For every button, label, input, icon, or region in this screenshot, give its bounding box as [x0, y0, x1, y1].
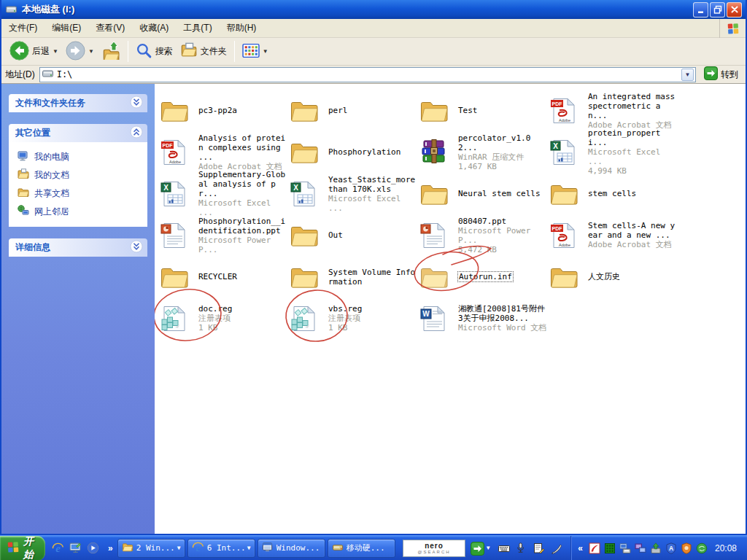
chevron-collapse-tray-icon[interactable]: « — [576, 543, 585, 553]
file-item[interactable]: XSupplementary-Global analysis of pr...M… — [160, 173, 290, 214]
file-item[interactable]: W湘教通[2008]81号附件3关于申报2008...Microsoft Wor… — [420, 298, 550, 339]
file-item[interactable]: Phosphorylation — [290, 131, 420, 173]
svg-text:X: X — [293, 184, 298, 192]
address-dropdown-button[interactable]: ▼ — [681, 69, 694, 81]
panel-details-header[interactable]: 详细信息 — [9, 238, 147, 257]
sidebar-item-shared-documents[interactable]: 共享文档 — [18, 184, 144, 203]
search-button[interactable]: 搜索 — [132, 40, 177, 63]
menu-tools[interactable]: 工具(T) — [176, 19, 219, 37]
ie-icon: e — [192, 541, 204, 556]
file-item[interactable]: Phosphorylation__identification.pptMicro… — [160, 214, 290, 256]
taskbar-button[interactable]: Window... — [258, 539, 325, 558]
file-name: vbs.reg — [328, 304, 417, 314]
back-button[interactable]: 后退 ▼ — [6, 39, 62, 65]
chevron-down-icon[interactable] — [130, 240, 143, 255]
restore-button[interactable] — [710, 2, 725, 18]
sidebar-item-my-documents[interactable]: 我的文档 — [18, 166, 144, 184]
file-list-pane[interactable]: pc3-pp2aperlTestPDFAdobeAn integrated ma… — [155, 84, 746, 534]
svg-text:A: A — [669, 545, 673, 552]
search-dropdown-icon[interactable]: ▼ — [483, 545, 493, 551]
menu-edit[interactable]: 编辑(E) — [44, 19, 88, 37]
file-item[interactable]: PDFAdobeStem cells-A new year and a new … — [550, 214, 680, 256]
minimize-button[interactable] — [693, 2, 708, 18]
file-item[interactable]: Out — [290, 214, 420, 256]
panel-other-places-header[interactable]: 其它位置 — [9, 124, 147, 142]
menu-favorites[interactable]: 收藏(A) — [132, 19, 176, 37]
file-item[interactable]: Test — [420, 90, 550, 131]
keyboard-icon[interactable] — [498, 542, 510, 554]
pc-printer-icon[interactable] — [619, 542, 631, 554]
sidebar-item-label: 我的文档 — [34, 169, 69, 182]
shield-a-icon[interactable]: A — [665, 542, 677, 554]
app-window-icon — [262, 542, 274, 555]
file-item[interactable]: RECYCLER — [160, 256, 290, 298]
chevron-more-icon[interactable]: » — [106, 543, 115, 553]
chevron-down-icon[interactable] — [130, 96, 143, 111]
taskbar-button[interactable]: 2 Win...▼ — [117, 539, 185, 558]
file-item[interactable]: percolator_v1.02...WinRAR 压缩文件1,467 KB — [420, 131, 550, 173]
search-go-button[interactable] — [471, 542, 483, 554]
taskbar-button[interactable]: 移动硬... — [328, 539, 395, 558]
back-dropdown-icon[interactable]: ▼ — [53, 48, 58, 55]
file-item[interactable]: vbs.reg注册表项1 KB — [290, 298, 420, 339]
file-item[interactable]: stem cells — [550, 173, 680, 214]
up-button[interactable] — [98, 39, 124, 64]
microphone-icon[interactable] — [516, 542, 527, 554]
network-monitors-icon[interactable] — [635, 542, 646, 554]
taskbar-button-label: 6 Int... — [207, 543, 244, 553]
file-item[interactable]: PDFAdobeAn integrated mass spectrometric… — [550, 90, 680, 131]
taskbar-button-dropdown-icon[interactable]: ▼ — [247, 545, 251, 551]
go-button[interactable]: 转到 — [700, 66, 742, 83]
file-item[interactable]: Autorun.inf — [420, 256, 550, 298]
show-desktop-icon[interactable] — [69, 542, 82, 554]
panel-title: 详细信息 — [15, 241, 50, 254]
menu-view[interactable]: 查看(V) — [88, 19, 132, 37]
file-item[interactable]: 人文历史 — [550, 256, 680, 298]
ie-icon[interactable]: e — [52, 542, 64, 554]
file-meta: WinRAR 压缩文件 — [458, 152, 547, 162]
start-button[interactable]: 开始 — [0, 536, 45, 560]
writing-pad-icon[interactable] — [533, 542, 545, 554]
views-button[interactable]: ▼ — [239, 41, 272, 63]
file-item[interactable]: 080407.pptMicrosoft PowerP...5,472 KB — [420, 214, 550, 256]
foxit-icon[interactable] — [589, 542, 600, 554]
taskbar-button-dropdown-icon[interactable]: ▼ — [177, 545, 181, 551]
folder-icon — [290, 265, 318, 289]
menu-file[interactable]: 文件(F) — [1, 19, 44, 37]
file-item[interactable]: PDFAdobeAnalysis of protein complexes us… — [160, 131, 290, 173]
file-item[interactable]: pc3-pp2a — [160, 90, 290, 131]
folders-button[interactable]: 文件夹 — [177, 40, 231, 63]
file-name: stem cells — [588, 189, 677, 198]
chevron-up-icon[interactable] — [130, 125, 143, 141]
drive-icon — [42, 68, 54, 82]
file-name: Supplementary-Global analysis of pr... — [198, 170, 287, 198]
file-item[interactable]: doc.reg注册表项1 KB — [160, 298, 290, 339]
menu-help[interactable]: 帮助(H) — [220, 19, 264, 37]
green-sphere-icon[interactable] — [696, 542, 708, 554]
shield-orange-icon[interactable] — [681, 542, 692, 554]
address-input[interactable]: I:\ ▼ — [39, 67, 696, 82]
file-item[interactable]: Xprotein_properti...Microsoft Excel ...4… — [550, 131, 680, 173]
svg-text:X: X — [163, 184, 169, 192]
close-button[interactable] — [727, 2, 742, 18]
taskbar-button[interactable]: e6 Int...▼ — [187, 539, 255, 558]
forward-dropdown-icon[interactable]: ▼ — [88, 48, 94, 55]
file-name: RECYCLER — [198, 272, 287, 281]
pen-icon[interactable] — [551, 542, 562, 554]
safely-remove-icon[interactable] — [650, 542, 662, 554]
file-item[interactable]: Neural stem cells — [420, 173, 550, 214]
nero-search-band[interactable]: nero @SEARCH — [403, 540, 466, 557]
sidebar-item-network-places[interactable]: 网上邻居 — [18, 203, 144, 221]
file-item[interactable]: XYeast_Stastic_more than 170K.xlsMicroso… — [290, 173, 420, 214]
file-item[interactable]: System Volume Information — [290, 256, 420, 298]
taskbar: 开始 e » 2 Win...▼e6 Int...▼Window...移动硬..… — [0, 535, 747, 560]
file-item[interactable]: perl — [290, 90, 420, 131]
panel-file-tasks-header[interactable]: 文件和文件夹任务 — [9, 94, 147, 112]
system-tray: « A 20:08 — [570, 536, 747, 560]
sidebar-item-my-computer[interactable]: 我的电脑 — [18, 148, 144, 166]
media-player-icon[interactable] — [87, 542, 99, 554]
views-dropdown-icon[interactable]: ▼ — [263, 48, 268, 55]
title-bar[interactable]: 本地磁盘 (I:) — [1, 0, 746, 19]
green-grid-icon[interactable] — [604, 542, 616, 554]
forward-button[interactable]: ▼ — [62, 39, 98, 65]
